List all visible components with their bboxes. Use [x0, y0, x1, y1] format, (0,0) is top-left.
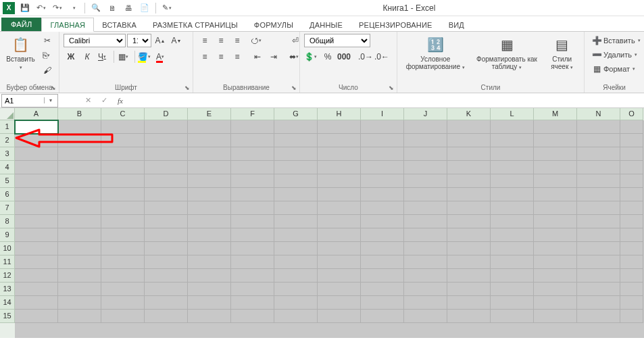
cell[interactable] [231, 161, 274, 174]
column-header[interactable]: D [145, 108, 188, 120]
cell[interactable] [404, 255, 447, 269]
cell[interactable] [534, 174, 577, 188]
new-file-button[interactable]: 🗎 [105, 1, 120, 15]
cell[interactable] [447, 242, 491, 255]
cell[interactable] [231, 269, 274, 283]
cell[interactable] [620, 228, 643, 242]
column-header[interactable]: A [15, 108, 58, 120]
cell[interactable] [188, 188, 231, 201]
cell[interactable] [274, 255, 318, 269]
cell[interactable] [491, 310, 534, 323]
cell[interactable] [58, 228, 101, 242]
cell[interactable] [274, 174, 318, 188]
cell[interactable] [274, 269, 318, 283]
undo-button[interactable]: ↶▾ [34, 1, 49, 15]
cell[interactable] [231, 310, 274, 323]
cell[interactable] [361, 188, 404, 201]
tab-review[interactable]: РЕЦЕНЗИРОВАНИЕ [351, 18, 441, 31]
cell[interactable] [188, 215, 231, 228]
cell[interactable] [58, 174, 101, 188]
column-header[interactable]: C [101, 108, 145, 120]
cell[interactable] [145, 255, 188, 269]
cell[interactable] [188, 201, 231, 215]
accounting-format-button[interactable]: 💲▾ [304, 50, 319, 64]
cell[interactable] [447, 120, 491, 134]
cell[interactable] [274, 242, 318, 255]
cell[interactable] [231, 228, 274, 242]
cancel-formula-button[interactable]: ✕ [80, 94, 96, 107]
redo-button[interactable]: ↷▾ [50, 1, 65, 15]
cell[interactable] [318, 188, 361, 201]
cell[interactable] [577, 188, 620, 201]
cell[interactable] [318, 269, 361, 283]
row-header[interactable]: 6 [0, 188, 15, 201]
cell[interactable] [318, 283, 361, 296]
cell[interactable] [577, 161, 620, 174]
cell[interactable] [361, 255, 404, 269]
column-header[interactable]: N [577, 108, 620, 120]
cell[interactable] [274, 147, 318, 161]
cell[interactable] [188, 174, 231, 188]
cell[interactable] [15, 174, 58, 188]
cell[interactable] [361, 269, 404, 283]
cell[interactable] [58, 147, 101, 161]
row-header[interactable]: 12 [0, 269, 15, 283]
cell[interactable] [491, 215, 534, 228]
cell[interactable] [447, 174, 491, 188]
cell[interactable] [145, 161, 188, 174]
cell[interactable] [577, 215, 620, 228]
cell[interactable] [101, 283, 145, 296]
cell[interactable] [404, 120, 447, 134]
cell[interactable] [231, 242, 274, 255]
orientation-button[interactable]: ⭯▾ [250, 34, 265, 47]
row-header[interactable]: 4 [0, 161, 15, 174]
underline-button[interactable]: Ч▾ [96, 50, 111, 64]
cell[interactable] [577, 120, 620, 134]
cell[interactable] [534, 120, 577, 134]
cell[interactable] [101, 215, 145, 228]
cell[interactable] [101, 134, 145, 147]
cell[interactable] [101, 255, 145, 269]
cell[interactable] [491, 242, 534, 255]
cell[interactable] [58, 296, 101, 310]
cell[interactable] [188, 228, 231, 242]
cell[interactable] [577, 134, 620, 147]
cell[interactable] [620, 310, 643, 323]
cell[interactable] [318, 201, 361, 215]
cell[interactable] [274, 296, 318, 310]
cell[interactable] [404, 161, 447, 174]
cell[interactable] [534, 188, 577, 201]
cell[interactable] [58, 242, 101, 255]
cell[interactable] [145, 120, 188, 134]
column-header[interactable]: J [404, 108, 447, 120]
fill-color-button[interactable]: 🪣▾ [138, 50, 153, 64]
cell[interactable] [274, 310, 318, 323]
cell[interactable] [534, 283, 577, 296]
cell[interactable] [620, 161, 643, 174]
cell[interactable] [447, 134, 491, 147]
cell[interactable] [620, 255, 643, 269]
cell[interactable] [577, 147, 620, 161]
cell[interactable] [620, 201, 643, 215]
cell[interactable] [58, 120, 101, 134]
increase-indent-button[interactable]: ⇥ [266, 50, 281, 64]
cell[interactable] [577, 255, 620, 269]
cell[interactable] [577, 174, 620, 188]
cell[interactable] [447, 269, 491, 283]
cell[interactable] [145, 269, 188, 283]
number-launcher[interactable]: ⬊ [387, 84, 395, 92]
cell[interactable] [274, 134, 318, 147]
cell[interactable] [447, 310, 491, 323]
cell[interactable] [491, 296, 534, 310]
cell[interactable] [318, 215, 361, 228]
cell[interactable] [318, 310, 361, 323]
align-right-button[interactable]: ≡ [230, 50, 245, 64]
cell[interactable] [188, 242, 231, 255]
cell[interactable] [577, 269, 620, 283]
cell[interactable] [577, 283, 620, 296]
cell[interactable] [15, 269, 58, 283]
cell[interactable] [361, 120, 404, 134]
font-color-button[interactable]: A▾ [154, 50, 169, 64]
row-header[interactable]: 15 [0, 310, 15, 323]
cell[interactable] [491, 269, 534, 283]
